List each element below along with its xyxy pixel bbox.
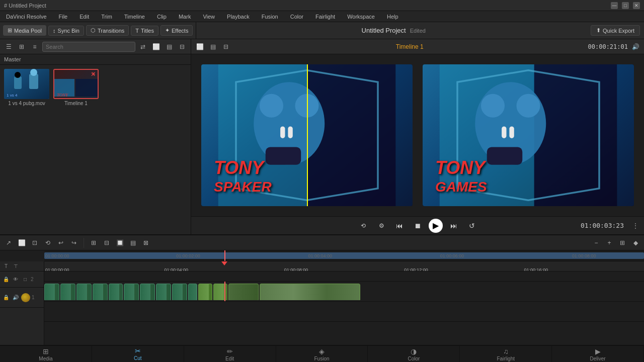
align-tool-btn[interactable]: ⊤ xyxy=(12,262,20,270)
timeline-tool-3[interactable]: ⊡ xyxy=(29,237,40,248)
view-options-icon[interactable]: ⋮ xyxy=(630,220,641,231)
clip-beach-2[interactable] xyxy=(213,284,227,300)
timeline-tool-11[interactable]: ⊠ xyxy=(140,237,151,248)
menu-clip[interactable]: Clip xyxy=(155,13,169,21)
media-item-timeline[interactable]: TONY ✕ Timeline 1 xyxy=(53,69,99,230)
clip-beach-3[interactable] xyxy=(228,284,259,300)
media-label-pubg: 1 vs 4 pubg.mov xyxy=(4,101,49,106)
menu-timeline[interactable]: Timeline xyxy=(122,13,147,21)
timeline-tool-8[interactable]: ⊟ xyxy=(101,237,112,248)
track-speaker-a1[interactable]: 🔊 xyxy=(12,294,20,302)
preview-window-right: TONY GAMES xyxy=(423,64,634,206)
tools-btn[interactable]: ⚙ xyxy=(374,219,388,233)
clip-pubg-4[interactable] xyxy=(93,284,108,300)
svg-rect-16 xyxy=(280,126,285,138)
nav-edit[interactable]: ✏ Edit xyxy=(184,346,276,362)
transitions-btn[interactable]: ⬡ Transitions xyxy=(86,25,129,36)
timeline-tool-7[interactable]: ⊞ xyxy=(88,237,99,248)
clip-pubg-3[interactable] xyxy=(76,284,92,300)
sort-btn[interactable]: ≡ xyxy=(29,41,40,52)
timeline-tool-6[interactable]: ↪ xyxy=(68,237,79,248)
preview-icon-3[interactable]: ⊟ xyxy=(220,41,231,52)
menu-playback[interactable]: Playback xyxy=(225,13,252,21)
track-eye-v2[interactable]: 👁 xyxy=(12,276,20,284)
maximize-btn[interactable]: □ xyxy=(622,2,629,9)
menu-fusion[interactable]: Fusion xyxy=(260,13,280,21)
search-input[interactable] xyxy=(42,42,135,52)
clip-beach-4[interactable] xyxy=(260,284,360,300)
preview-toolbar: ⬜ ▤ ⊟ Timeline 1 00:00:21:01 🔊 xyxy=(191,39,644,54)
snap-icon[interactable]: ⊞ xyxy=(617,237,628,248)
quick-export-btn[interactable]: ⬆ Quick Export xyxy=(591,25,640,36)
window-controls[interactable]: — □ ✕ xyxy=(611,2,640,9)
nav-fusion[interactable]: ◈ Fusion xyxy=(276,346,368,362)
left-panel: ☰ ⊞ ≡ ⇄ ⬜ ▤ ⊟ Master xyxy=(0,39,191,234)
menu-file[interactable]: File xyxy=(57,13,70,21)
sync-bin-btn[interactable]: ↕ Sync Bin xyxy=(48,26,84,36)
list-view-btn[interactable]: ☰ xyxy=(3,41,14,52)
media-item-pubg[interactable]: 1 vs 4 1 vs 4 pubg.mov xyxy=(4,69,49,230)
view-btn3[interactable]: ⊟ xyxy=(177,41,188,52)
grid-view-btn[interactable]: ⊞ xyxy=(16,41,27,52)
loop2-btn[interactable]: ↺ xyxy=(465,219,479,233)
menu-fairlight[interactable]: Fairlight xyxy=(313,13,337,21)
nav-color[interactable]: ◑ Color xyxy=(368,346,460,362)
speaker-icon[interactable]: 🔊 xyxy=(630,41,641,52)
nav-deliver[interactable]: ▶ Deliver xyxy=(552,346,644,362)
clip-pubg-10[interactable] xyxy=(188,284,197,300)
titles-btn[interactable]: T Titles xyxy=(131,26,158,36)
clip-pubg-1[interactable] xyxy=(44,284,59,300)
prev-frame-btn[interactable]: ⏮ xyxy=(392,219,407,233)
clip-pubg-7[interactable] xyxy=(140,284,155,300)
clip-pubg-5[interactable] xyxy=(109,284,123,300)
track-lock-v2[interactable]: 🔒 xyxy=(2,276,10,284)
menu-davinci[interactable]: DaVinci Resolve xyxy=(4,13,49,21)
preview-icon-1[interactable]: ⬜ xyxy=(194,41,205,52)
marker-icon[interactable]: ◆ xyxy=(630,237,641,248)
nav-media-label: Media xyxy=(39,356,52,361)
zoom-out-icon[interactable]: − xyxy=(591,237,602,248)
clip-pubg-2[interactable] xyxy=(60,284,75,300)
zoom-in-icon[interactable]: + xyxy=(604,237,615,248)
fast-fwd-btn[interactable]: ⏭ xyxy=(447,219,461,233)
clip-beach-1[interactable] xyxy=(198,284,212,300)
menu-mark[interactable]: Mark xyxy=(177,13,193,21)
stop-btn[interactable]: ⏹ xyxy=(411,219,425,233)
timeline-tool-2[interactable]: ⬜ xyxy=(16,237,27,248)
text-tool-btn[interactable]: T xyxy=(2,262,10,270)
filter-btn[interactable]: ⇄ xyxy=(137,41,148,52)
menu-help[interactable]: Help xyxy=(385,13,400,21)
clip-pubg-8[interactable] xyxy=(156,284,171,300)
track-header-a1: 🔒 🔊 1 xyxy=(0,288,44,308)
video-track-1 xyxy=(44,282,644,302)
clip-pubg-6[interactable] xyxy=(124,284,139,300)
menu-color[interactable]: Color xyxy=(288,13,305,21)
track-clip-v2[interactable]: □ xyxy=(21,276,29,284)
volume-knob-a1[interactable] xyxy=(21,293,30,302)
timeline-tool-10[interactable]: ▤ xyxy=(127,237,138,248)
menu-trim[interactable]: Trim xyxy=(99,13,114,21)
play-btn[interactable]: ▶ xyxy=(429,219,443,233)
minimize-btn[interactable]: — xyxy=(611,2,618,9)
nav-media[interactable]: ⊞ Media xyxy=(0,346,92,362)
loop-btn[interactable]: ⟲ xyxy=(356,219,370,233)
timeline-tool-9[interactable]: 🔲 xyxy=(114,237,125,248)
timeline-tool-4[interactable]: ⟲ xyxy=(42,237,53,248)
track-lock-a1[interactable]: 🔒 xyxy=(2,294,10,302)
timeline-tool-5[interactable]: ↩ xyxy=(55,237,66,248)
media-pool-btn[interactable]: ⊞ Media Pool xyxy=(3,25,46,36)
close-btn[interactable]: ✕ xyxy=(633,2,640,9)
view-btn1[interactable]: ⬜ xyxy=(150,41,162,52)
nav-fairlight[interactable]: ♫ Fairlight xyxy=(460,346,552,362)
mini-timeline: 01:00:00:00 01:00:02:00 01:00:04:00 01:0… xyxy=(44,250,644,261)
timeline-tool-1[interactable]: ↗ xyxy=(3,237,14,248)
preview-icon-2[interactable]: ▤ xyxy=(207,41,218,52)
menu-edit[interactable]: Edit xyxy=(77,13,91,21)
clip-pubg-9[interactable] xyxy=(172,284,187,300)
view-btn2[interactable]: ▤ xyxy=(164,41,175,52)
nav-cut[interactable]: ✂ Cut xyxy=(92,346,184,362)
effects-btn[interactable]: ✦ Effects xyxy=(160,25,193,36)
menu-workspace[interactable]: Workspace xyxy=(345,13,377,21)
svg-rect-1 xyxy=(14,76,22,89)
menu-view[interactable]: View xyxy=(201,13,217,21)
